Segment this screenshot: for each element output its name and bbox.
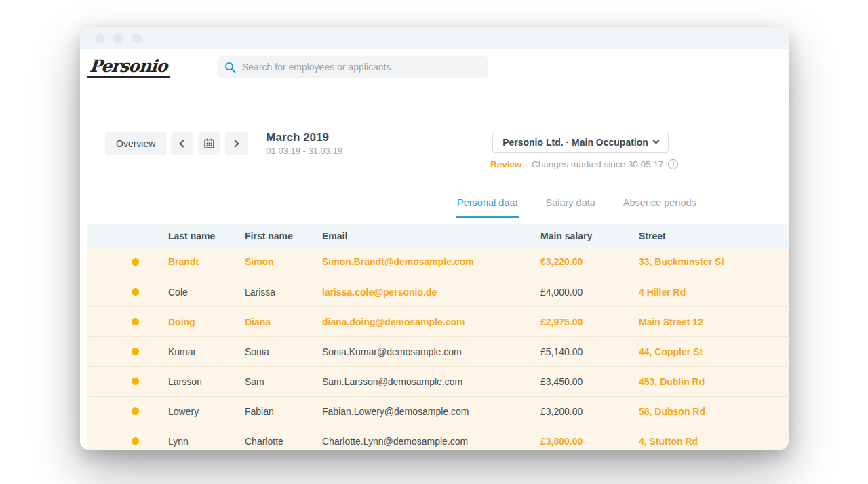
calendar-icon [203,138,215,149]
status-cell [87,437,168,445]
review-status-line: Review · Changes marked since 30.05.17 i [490,159,678,169]
review-separator: · [526,159,529,169]
street-cell: 44, Coppler St [639,346,789,357]
last-name-cell: Cole [168,287,245,298]
column-header-last-name[interactable]: Last name [168,230,245,241]
calendar-button[interactable] [198,132,220,155]
personio-logo: Personio [87,56,172,78]
review-note: Changes marked since 30.05.17 [532,159,663,169]
tab-salary-data[interactable]: Salary data [544,197,596,218]
email-cell: diana.doing@demosample.com [322,317,540,327]
email-cell: larissa.cole@personio.de [322,287,540,298]
status-cell [87,407,168,415]
street-cell: Main Street 12 [639,317,789,327]
email-cell: Charlotte.Lynn@demosample.com [322,436,540,447]
period-controls: Overview March 2019 [105,131,342,156]
yellow-dot-icon [132,348,139,355]
table-row[interactable]: Larsson Sam Sam.Larsson@demosample.com £… [87,366,789,396]
table-row[interactable]: Lowery Fabian Fabian.Lowery@demosample.c… [87,396,789,426]
last-name-cell: Doing [168,317,245,327]
company-selector-dropdown[interactable]: Personio Ltd. · Main Occupation [492,132,669,153]
window-dot-icon[interactable] [95,33,105,43]
status-cell [87,258,168,266]
status-cell [87,348,168,355]
table-header-row: Last name First name Email Main salary S… [87,224,789,247]
main-content: Overview March 2019 [80,85,789,450]
yellow-dot-icon [132,258,139,266]
main-salary-cell: £4,000.00 [540,287,639,298]
last-name-cell: Lowery [168,406,245,417]
column-header-email[interactable]: Email [322,230,540,241]
street-cell: 4, Stutton Rd [639,436,789,447]
app-window: Personio Overview [80,27,789,450]
table-row[interactable]: Brandt Simon Simon.Brandt@demosample.com… [87,247,789,277]
last-name-cell: Brandt [168,256,245,267]
window-chrome-bar [80,27,789,49]
street-cell: 33, Buckminster St [639,256,789,267]
next-period-button[interactable] [225,132,248,155]
yellow-dot-icon [132,318,139,325]
yellow-dot-icon [132,407,139,415]
street-cell: 58, Dubson Rd [639,406,789,417]
company-selector-label: Personio Ltd. · Main Occupation [502,137,648,148]
app-header: Personio [80,49,789,85]
email-cell: Fabian.Lowery@demosample.com [322,406,540,417]
window-dot-icon[interactable] [132,33,142,43]
yellow-dot-icon [132,437,139,445]
main-salary-cell: £3,800.00 [540,436,639,447]
table-row[interactable]: Cole Larissa larissa.cole@personio.de £4… [87,277,789,306]
period-title: March 2019 [266,131,342,144]
last-name-cell: Larsson [168,376,245,387]
period-range: 01.03.19 - 31.03.19 [266,146,342,156]
chevron-down-icon [652,138,659,144]
chevron-right-icon [232,140,239,147]
main-salary-cell: £2,975.00 [540,317,639,327]
table-row[interactable]: Doing Diana diana.doing@demosample.com £… [87,306,789,336]
period-display: March 2019 01.03.19 - 31.03.19 [266,131,342,156]
email-cell: Simon.Brandt@demosample.com [322,256,540,267]
last-name-cell: Lynn [168,436,245,447]
info-icon[interactable]: i [668,159,678,169]
column-divider [311,224,311,450]
column-header-main-salary[interactable]: Main salary [540,230,639,241]
window-dot-icon[interactable] [113,33,123,43]
employee-table: Last name First name Email Main salary S… [87,224,789,450]
search-bar[interactable] [217,56,488,78]
tab-absence-periods[interactable]: Absence periods [622,197,698,218]
table-row[interactable]: Kumar Sonia Sonia.Kumar@demosample.com £… [87,336,789,366]
status-cell [87,378,168,385]
status-cell [87,288,168,296]
street-cell: 453, Dublin Rd [639,376,789,387]
main-salary-cell: €3,220.00 [540,256,639,267]
main-salary-cell: £3,200.00 [540,406,639,417]
tab-personal-data[interactable]: Personal data [456,197,519,218]
street-cell: 4 Hiller Rd [639,287,789,298]
status-cell [87,318,168,325]
review-label: Review [490,159,522,169]
yellow-dot-icon [132,288,139,296]
main-salary-cell: £3,450.00 [540,376,639,387]
search-icon [224,62,236,73]
search-input[interactable] [242,62,481,73]
overview-button[interactable]: Overview [105,132,166,155]
data-tabs: Personal data Salary data Absence period… [456,197,698,218]
table-row[interactable]: Lynn Charlotte Charlotte.Lynn@demosample… [87,426,789,450]
chevron-left-icon [180,140,187,147]
column-header-street[interactable]: Street [639,230,789,241]
main-salary-cell: £5,140.00 [540,346,639,357]
previous-period-button[interactable] [171,132,193,155]
email-cell: Sam.Larsson@demosample.com [322,376,540,387]
yellow-dot-icon [132,378,139,385]
table-body: Brandt Simon Simon.Brandt@demosample.com… [87,247,789,450]
email-cell: Sonia.Kumar@demosample.com [322,346,540,357]
last-name-cell: Kumar [168,346,245,357]
